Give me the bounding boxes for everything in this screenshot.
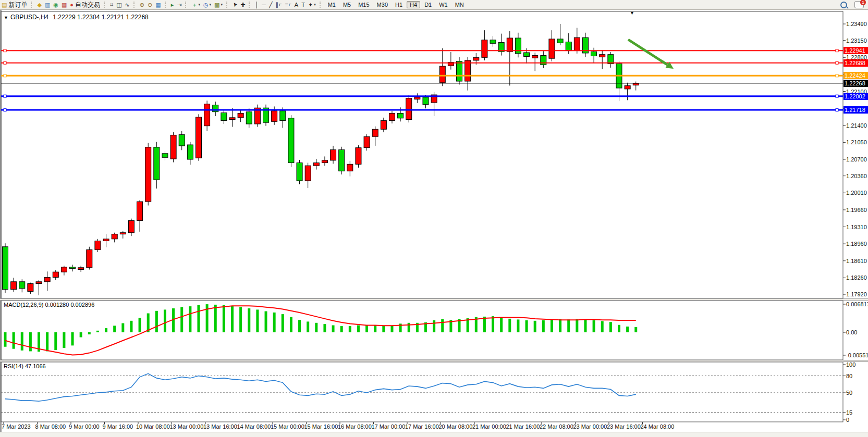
macd-histogram-bar — [239, 307, 242, 332]
line-anchor — [836, 109, 838, 111]
macd-histogram-bar — [551, 319, 553, 332]
mt4-window: ▤新订单◆▥◉▦●自动交易⌗◫∿⊕⊖▦▸⇥＋▾◷▾▩▾➤✚│─╱∥E≡FAT✦▾… — [0, 0, 868, 437]
trend-arrow — [628, 40, 667, 65]
candle-body — [36, 282, 42, 284]
macd-histogram-bar — [559, 319, 561, 332]
macd-histogram-bar — [71, 332, 74, 345]
macd-histogram-bar — [214, 305, 217, 332]
candle-body — [195, 117, 201, 158]
candle-body — [331, 149, 336, 160]
candle-body — [3, 247, 8, 290]
candle-body — [482, 40, 487, 58]
macd-histogram-bar — [307, 321, 309, 332]
candle-body — [103, 239, 109, 241]
macd-histogram-bar — [323, 324, 326, 332]
candle-body — [78, 268, 84, 270]
candle-body — [557, 39, 563, 43]
candle-body — [574, 38, 580, 51]
macd-histogram-bar — [88, 332, 91, 334]
macd-histogram-bar — [618, 325, 620, 332]
line-anchor — [836, 61, 838, 64]
macd-histogram-bar — [508, 319, 511, 332]
macd-histogram-bar — [332, 326, 335, 332]
candle-body — [414, 97, 420, 99]
macd-histogram-bar — [265, 311, 267, 332]
candle-body — [398, 113, 404, 118]
macd-label: MACD(12,26,9) 0.001280 0.002896 — [4, 302, 94, 308]
candle-body — [515, 38, 521, 54]
candle-body — [389, 113, 395, 120]
macd-histogram-bar — [256, 309, 259, 332]
macd-histogram-bar — [365, 326, 368, 332]
candle-body — [154, 147, 160, 180]
candle-body — [179, 134, 185, 145]
macd-histogram-bar — [130, 321, 132, 332]
macd-histogram-bar — [155, 311, 158, 332]
macd-histogram-bar — [121, 323, 124, 332]
candle-body — [19, 282, 25, 289]
candle-body — [87, 249, 92, 267]
candle-body — [633, 83, 639, 85]
candle-body — [128, 220, 134, 232]
rsi-label: RSI(14) 47.1066 — [4, 363, 46, 369]
line-anchor — [4, 109, 6, 111]
macd-histogram-bar — [54, 332, 57, 350]
candle-body — [347, 164, 353, 171]
candle-body — [356, 148, 361, 165]
panel-splitter-macd[interactable] — [0, 298, 868, 301]
chart-canvas[interactable] — [0, 0, 868, 437]
macd-histogram-bar — [525, 320, 528, 332]
macd-histogram-bar — [374, 326, 376, 332]
panel-splitter-rsi[interactable] — [0, 360, 868, 362]
macd-histogram-bar — [21, 332, 23, 351]
object-anchor-marker: ▼ — [630, 10, 634, 16]
candle-body — [53, 272, 58, 277]
candle-body — [423, 97, 429, 105]
candle-body — [170, 135, 176, 159]
candle-body — [70, 267, 76, 269]
collapse-triangle-icon[interactable]: ▼ — [4, 15, 8, 20]
macd-histogram-bar — [231, 306, 234, 332]
macd-histogram-bar — [534, 321, 536, 332]
macd-histogram-bar — [315, 323, 317, 332]
candle-body — [238, 113, 243, 117]
candle-body — [465, 60, 471, 81]
macd-histogram-bar — [96, 331, 99, 332]
macd-histogram-bar — [13, 332, 15, 349]
macd-histogram-bar — [634, 327, 637, 332]
macd-histogram-bar — [273, 313, 276, 332]
macd-histogram-bar — [433, 320, 435, 332]
macd-histogram-bar — [290, 317, 292, 332]
candle-body — [11, 282, 17, 290]
candle-body — [439, 66, 445, 83]
macd-histogram-bar — [593, 320, 595, 332]
macd-histogram-bar — [542, 320, 545, 332]
macd-histogram-bar — [408, 323, 410, 332]
macd-histogram-bar — [223, 305, 225, 332]
candle-body — [221, 113, 227, 121]
candle-body — [372, 129, 378, 136]
candle-body — [213, 105, 218, 112]
macd-histogram-bar — [206, 304, 209, 332]
candle-body — [473, 57, 479, 60]
macd-histogram-bar — [390, 326, 393, 332]
candle-body — [339, 149, 345, 171]
candle-body — [137, 202, 143, 220]
line-anchor — [4, 95, 6, 97]
symbol-ohlc-label: ▼GBPUSD-,H41.22229 1.22304 1.22121 1.222… — [4, 14, 149, 21]
candle-body — [280, 111, 286, 121]
macd-panel-border — [1, 301, 843, 360]
macd-histogram-bar — [340, 326, 343, 332]
candle-body — [272, 111, 277, 122]
line-anchor — [836, 95, 838, 97]
candle-body — [549, 39, 555, 58]
candle-body — [187, 145, 193, 159]
macd-histogram-bar — [248, 308, 250, 332]
candle-body — [95, 241, 101, 250]
candle-body — [44, 277, 50, 281]
candle-body — [507, 38, 512, 52]
macd-histogram-bar — [4, 332, 7, 347]
candle-body — [297, 163, 302, 181]
macd-histogram-bar — [349, 326, 351, 332]
macd-histogram-bar — [601, 321, 604, 332]
